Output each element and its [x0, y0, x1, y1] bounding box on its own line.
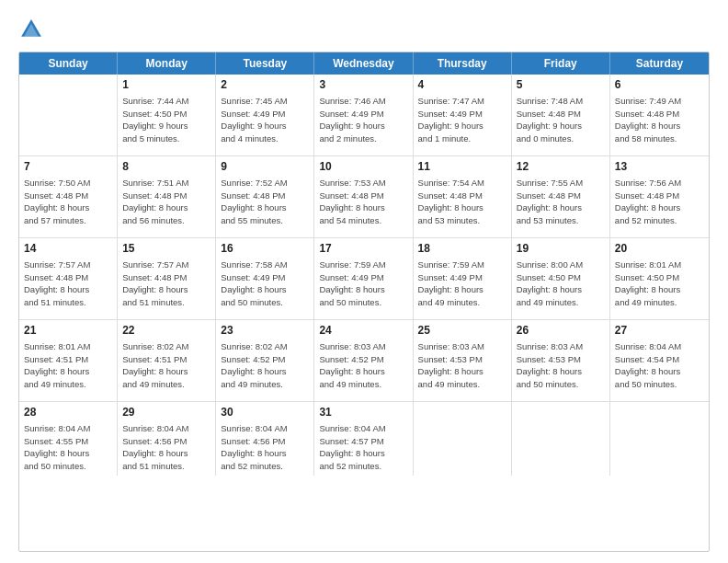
cell-info: Sunrise: 8:03 AM Sunset: 4:53 PM Dayligh…	[517, 340, 605, 391]
weekday-header: Thursday	[414, 52, 512, 75]
day-number: 10	[319, 159, 407, 175]
calendar-cell: 27Sunrise: 8:04 AM Sunset: 4:54 PM Dayli…	[610, 320, 709, 401]
calendar-cell	[610, 402, 709, 476]
day-number: 2	[221, 77, 309, 93]
day-number: 8	[122, 159, 210, 175]
day-number: 12	[517, 159, 605, 175]
calendar-row: 14Sunrise: 7:57 AM Sunset: 4:48 PM Dayli…	[19, 238, 709, 320]
day-number: 1	[122, 77, 210, 93]
calendar-cell: 12Sunrise: 7:55 AM Sunset: 4:48 PM Dayli…	[512, 156, 610, 237]
calendar-cell: 4Sunrise: 7:47 AM Sunset: 4:49 PM Daylig…	[414, 75, 512, 155]
calendar-row: 28Sunrise: 8:04 AM Sunset: 4:55 PM Dayli…	[19, 402, 709, 476]
weekday-header: Saturday	[610, 52, 709, 75]
calendar-cell: 3Sunrise: 7:46 AM Sunset: 4:49 PM Daylig…	[314, 75, 413, 155]
calendar-cell: 17Sunrise: 7:59 AM Sunset: 4:49 PM Dayli…	[314, 238, 413, 319]
calendar-cell: 19Sunrise: 8:00 AM Sunset: 4:50 PM Dayli…	[512, 238, 610, 319]
day-number: 6	[615, 77, 704, 93]
cell-info: Sunrise: 8:04 AM Sunset: 4:55 PM Dayligh…	[24, 422, 112, 473]
day-number: 21	[24, 323, 112, 339]
cell-info: Sunrise: 7:58 AM Sunset: 4:49 PM Dayligh…	[221, 259, 309, 309]
cell-info: Sunrise: 7:44 AM Sunset: 4:50 PM Dayligh…	[122, 95, 210, 145]
calendar-cell: 11Sunrise: 7:54 AM Sunset: 4:48 PM Dayli…	[414, 156, 512, 237]
day-number: 30	[221, 405, 309, 420]
calendar-cell: 2Sunrise: 7:45 AM Sunset: 4:49 PM Daylig…	[216, 75, 314, 155]
cell-info: Sunrise: 7:50 AM Sunset: 4:48 PM Dayligh…	[24, 177, 112, 227]
cell-info: Sunrise: 7:49 AM Sunset: 4:48 PM Dayligh…	[615, 95, 704, 145]
calendar-cell: 8Sunrise: 7:51 AM Sunset: 4:48 PM Daylig…	[118, 156, 216, 237]
cell-info: Sunrise: 7:54 AM Sunset: 4:48 PM Dayligh…	[418, 177, 506, 227]
calendar-cell: 1Sunrise: 7:44 AM Sunset: 4:50 PM Daylig…	[118, 75, 216, 155]
calendar-cell	[19, 75, 118, 155]
day-number: 9	[221, 159, 309, 175]
day-number: 26	[517, 323, 605, 339]
cell-info: Sunrise: 7:51 AM Sunset: 4:48 PM Dayligh…	[122, 177, 210, 227]
cell-info: Sunrise: 8:01 AM Sunset: 4:50 PM Dayligh…	[615, 259, 704, 309]
cell-info: Sunrise: 7:59 AM Sunset: 4:49 PM Dayligh…	[319, 259, 407, 309]
calendar-cell: 16Sunrise: 7:58 AM Sunset: 4:49 PM Dayli…	[216, 238, 314, 319]
weekday-header: Wednesday	[314, 52, 413, 75]
calendar-cell: 28Sunrise: 8:04 AM Sunset: 4:55 PM Dayli…	[19, 402, 118, 476]
calendar-cell	[512, 402, 610, 476]
cell-info: Sunrise: 7:56 AM Sunset: 4:48 PM Dayligh…	[615, 177, 704, 227]
calendar-cell: 25Sunrise: 8:03 AM Sunset: 4:53 PM Dayli…	[414, 320, 512, 401]
calendar-cell: 29Sunrise: 8:04 AM Sunset: 4:56 PM Dayli…	[118, 402, 216, 476]
day-number: 15	[122, 241, 210, 257]
day-number: 13	[615, 159, 704, 175]
weekday-header: Tuesday	[216, 52, 314, 75]
calendar-cell: 22Sunrise: 8:02 AM Sunset: 4:51 PM Dayli…	[118, 320, 216, 401]
cell-info: Sunrise: 7:46 AM Sunset: 4:49 PM Dayligh…	[319, 95, 407, 145]
day-number: 22	[122, 323, 210, 339]
calendar-cell: 31Sunrise: 8:04 AM Sunset: 4:57 PM Dayli…	[314, 402, 413, 476]
cell-info: Sunrise: 8:02 AM Sunset: 4:52 PM Dayligh…	[221, 340, 309, 391]
cell-info: Sunrise: 7:45 AM Sunset: 4:49 PM Dayligh…	[221, 95, 309, 145]
day-number: 18	[418, 241, 506, 257]
cell-info: Sunrise: 7:55 AM Sunset: 4:48 PM Dayligh…	[517, 177, 605, 227]
day-number: 3	[319, 77, 407, 93]
day-number: 17	[319, 241, 407, 257]
day-number: 4	[418, 77, 506, 93]
calendar-cell: 21Sunrise: 8:01 AM Sunset: 4:51 PM Dayli…	[19, 320, 118, 401]
calendar-cell: 18Sunrise: 7:59 AM Sunset: 4:49 PM Dayli…	[414, 238, 512, 319]
calendar-header: SundayMondayTuesdayWednesdayThursdayFrid…	[19, 52, 709, 75]
calendar: SundayMondayTuesdayWednesdayThursdayFrid…	[18, 52, 710, 552]
day-number: 5	[517, 77, 605, 93]
calendar-cell: 15Sunrise: 7:57 AM Sunset: 4:48 PM Dayli…	[118, 238, 216, 319]
weekday-header: Monday	[118, 52, 216, 75]
calendar-cell: 9Sunrise: 7:52 AM Sunset: 4:48 PM Daylig…	[216, 156, 314, 237]
cell-info: Sunrise: 7:53 AM Sunset: 4:48 PM Dayligh…	[319, 177, 407, 227]
cell-info: Sunrise: 8:04 AM Sunset: 4:56 PM Dayligh…	[122, 422, 210, 473]
cell-info: Sunrise: 7:48 AM Sunset: 4:48 PM Dayligh…	[517, 95, 605, 145]
day-number: 14	[24, 241, 112, 257]
day-number: 29	[122, 405, 210, 420]
header	[18, 17, 710, 42]
day-number: 11	[418, 159, 506, 175]
cell-info: Sunrise: 8:00 AM Sunset: 4:50 PM Dayligh…	[517, 259, 605, 309]
logo	[18, 17, 50, 42]
calendar-row: 21Sunrise: 8:01 AM Sunset: 4:51 PM Dayli…	[19, 320, 709, 402]
calendar-cell: 13Sunrise: 7:56 AM Sunset: 4:48 PM Dayli…	[610, 156, 709, 237]
day-number: 25	[418, 323, 506, 339]
calendar-row: 7Sunrise: 7:50 AM Sunset: 4:48 PM Daylig…	[19, 156, 709, 238]
cell-info: Sunrise: 8:04 AM Sunset: 4:56 PM Dayligh…	[221, 422, 309, 473]
calendar-row: 1Sunrise: 7:44 AM Sunset: 4:50 PM Daylig…	[19, 75, 709, 156]
cell-info: Sunrise: 8:04 AM Sunset: 4:57 PM Dayligh…	[319, 422, 407, 473]
cell-info: Sunrise: 8:01 AM Sunset: 4:51 PM Dayligh…	[24, 340, 112, 391]
cell-info: Sunrise: 8:04 AM Sunset: 4:54 PM Dayligh…	[615, 340, 704, 391]
day-number: 20	[615, 241, 704, 257]
calendar-cell: 10Sunrise: 7:53 AM Sunset: 4:48 PM Dayli…	[314, 156, 413, 237]
cell-info: Sunrise: 8:03 AM Sunset: 4:52 PM Dayligh…	[319, 340, 407, 391]
calendar-body: 1Sunrise: 7:44 AM Sunset: 4:50 PM Daylig…	[19, 75, 709, 476]
cell-info: Sunrise: 7:57 AM Sunset: 4:48 PM Dayligh…	[24, 259, 112, 309]
calendar-cell: 5Sunrise: 7:48 AM Sunset: 4:48 PM Daylig…	[512, 75, 610, 155]
day-number: 31	[319, 405, 407, 420]
day-number: 7	[24, 159, 112, 175]
cell-info: Sunrise: 7:59 AM Sunset: 4:49 PM Dayligh…	[418, 259, 506, 309]
cell-info: Sunrise: 7:47 AM Sunset: 4:49 PM Dayligh…	[418, 95, 506, 145]
cell-info: Sunrise: 7:52 AM Sunset: 4:48 PM Dayligh…	[221, 177, 309, 227]
calendar-cell: 24Sunrise: 8:03 AM Sunset: 4:52 PM Dayli…	[314, 320, 413, 401]
calendar-cell: 6Sunrise: 7:49 AM Sunset: 4:48 PM Daylig…	[610, 75, 709, 155]
day-number: 27	[615, 323, 704, 339]
weekday-header: Friday	[512, 52, 610, 75]
weekday-header: Sunday	[19, 52, 118, 75]
logo-icon	[18, 17, 44, 42]
